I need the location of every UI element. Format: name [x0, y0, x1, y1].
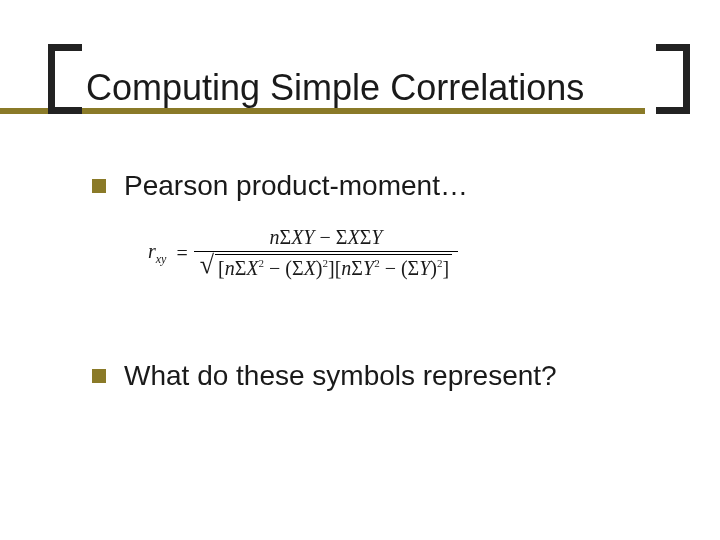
slide-title: Computing Simple Correlations: [82, 67, 656, 109]
formula-lhs-sub: xy: [156, 252, 167, 266]
formula-denominator: √ [nΣX2 − (ΣX)2][nΣY2 − (ΣY)2]: [194, 252, 458, 280]
formula-fraction: nΣXY − ΣXΣY √ [nΣX2 − (ΣX)2][nΣY2 − (ΣY)…: [194, 226, 458, 280]
radicand: [nΣX2 − (ΣX)2][nΣY2 − (ΣY)2]: [215, 254, 452, 280]
bullet-item-1: Pearson product-moment…: [92, 170, 640, 202]
radical-icon: √: [200, 254, 215, 280]
formula-lhs-var: r: [148, 240, 156, 262]
bracket-right-icon: [656, 44, 690, 114]
formula-lhs: rxy: [148, 240, 170, 267]
square-bullet-icon: [92, 369, 106, 383]
pearson-formula: rxy = nΣXY − ΣXΣY √ [nΣX2 − (ΣX)2][nΣY2 …: [148, 226, 640, 280]
formula-eq: =: [170, 242, 193, 265]
title-row: Computing Simple Correlations: [48, 62, 690, 114]
bullet-text-2: What do these symbols represent?: [124, 360, 557, 392]
sqrt: √ [nΣX2 − (ΣX)2][nΣY2 − (ΣY)2]: [200, 254, 452, 280]
square-bullet-icon: [92, 179, 106, 193]
accent-bar-under-title: [82, 108, 645, 114]
accent-bar-left: [0, 108, 48, 114]
bracket-left-icon: [48, 44, 82, 114]
bullet-item-2: What do these symbols represent?: [92, 360, 640, 392]
formula-numerator: nΣXY − ΣXΣY: [264, 226, 389, 251]
slide-body: Pearson product-moment… rxy = nΣXY − ΣXΣ…: [0, 130, 720, 392]
slide-header: Computing Simple Correlations: [0, 0, 720, 130]
bullet-text-1: Pearson product-moment…: [124, 170, 468, 202]
